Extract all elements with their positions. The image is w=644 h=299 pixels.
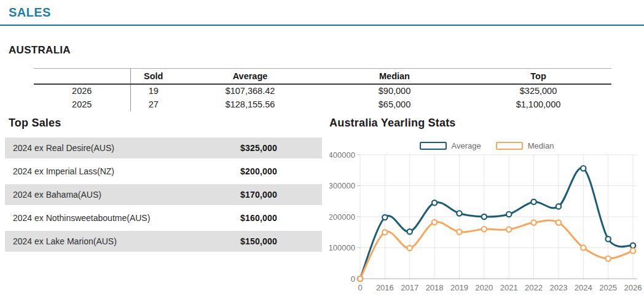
header-average: Average (176, 69, 324, 84)
data-point-average[interactable] (581, 166, 586, 171)
list-item: 2024 ex Nothinsweetaboutme(AUS) $160,000 (5, 208, 322, 228)
data-point-average[interactable] (531, 200, 536, 204)
x-axis-label: 0 (358, 283, 362, 292)
table-header-row: Sold Average Median Top (34, 69, 611, 84)
cell-year: 2026 (34, 84, 130, 98)
x-axis-label: 2024 (575, 283, 592, 292)
chart-title: Australia Yearling Stats (329, 117, 644, 130)
yearling-stats-panel: Australia Yearling Stats AverageMedian 0… (329, 117, 644, 130)
list-item: 2024 ex Bahama(AUS) $170,000 (5, 184, 322, 205)
y-axis-label: 100000 (329, 243, 355, 252)
x-axis-label: 2019 (450, 283, 468, 292)
sales-page: SALES AUSTRALIA Sold Average Median Top … (0, 0, 644, 299)
list-item: 2024 ex Lake Marion(AUS) $150,000 (5, 231, 322, 252)
sale-price: $170,000 (240, 190, 277, 200)
list-item: 2024 ex Real Desire(AUS) $325,000 (5, 138, 322, 158)
yearling-chart: 0100000200000300000400000020162017201820… (329, 149, 644, 296)
top-sales-list: 2024 ex Real Desire(AUS) $325,000 2024 e… (5, 138, 322, 252)
data-point-median[interactable] (432, 220, 437, 225)
y-axis-label: 200000 (329, 212, 355, 222)
y-axis-label: 0 (351, 274, 355, 284)
data-point-average[interactable] (407, 229, 412, 234)
header-sold: Sold (130, 69, 176, 84)
data-point-median[interactable] (581, 245, 586, 250)
x-axis-label: 2026 (624, 283, 642, 292)
sale-name: 2024 ex Imperial Lass(NZ) (13, 166, 114, 176)
sale-name: 2024 ex Real Desire(AUS) (13, 143, 114, 153)
header-top: Top (465, 69, 611, 84)
header-median: Median (324, 69, 465, 84)
data-point-average[interactable] (382, 215, 387, 220)
table-row: 2025 27 $128,155.56 $65,000 $1,100,000 (34, 98, 611, 111)
data-point-average[interactable] (556, 204, 561, 209)
data-point-average[interactable] (432, 200, 437, 205)
cell-sold: 19 (130, 84, 176, 98)
header-year (34, 69, 130, 84)
data-point-average[interactable] (482, 214, 487, 219)
data-point-median[interactable] (556, 220, 561, 225)
y-axis-label: 300000 (329, 181, 355, 190)
x-axis-label: 2018 (426, 283, 444, 292)
cell-average: $107,368.42 (176, 84, 324, 98)
x-axis-label: 2021 (500, 283, 518, 292)
x-axis-label: 2016 (376, 283, 394, 292)
data-point-median[interactable] (482, 227, 487, 231)
sale-price: $160,000 (240, 213, 277, 223)
cell-top: $325,000 (465, 84, 611, 98)
sale-name: 2024 ex Lake Marion(AUS) (13, 236, 117, 246)
series-line-average (360, 168, 633, 279)
y-axis-label: 400000 (329, 150, 355, 160)
data-point-average[interactable] (457, 211, 461, 216)
cell-average: $128,155.56 (176, 98, 324, 111)
data-point-median[interactable] (605, 256, 610, 261)
sale-price: $325,000 (240, 143, 277, 153)
yearly-stats-table: Sold Average Median Top 2026 19 $107,368… (34, 68, 611, 111)
data-point-median[interactable] (382, 230, 387, 235)
cell-year: 2025 (34, 98, 130, 111)
data-point-median[interactable] (630, 248, 635, 253)
list-item: 2024 ex Imperial Lass(NZ) $200,000 (5, 161, 322, 182)
sale-name: 2024 ex Nothinsweetaboutme(AUS) (13, 213, 150, 223)
data-point-average[interactable] (605, 236, 610, 241)
cell-median: $65,000 (324, 98, 465, 111)
data-point-median[interactable] (407, 246, 412, 250)
data-point-average[interactable] (506, 212, 511, 217)
table-row: 2026 19 $107,368.42 $90,000 $325,000 (34, 84, 611, 98)
x-axis-label: 2020 (475, 283, 493, 292)
data-point-median[interactable] (531, 220, 536, 225)
series-line-median (360, 220, 633, 279)
cell-median: $90,000 (324, 84, 465, 98)
top-sales-heading: Top Sales (9, 117, 322, 130)
australia-heading: AUSTRALIA (9, 44, 71, 56)
top-sales-section: Top Sales 2024 ex Real Desire(AUS) $325,… (5, 117, 322, 254)
sale-name: 2024 ex Bahama(AUS) (13, 190, 101, 200)
page-title: SALES (9, 6, 51, 20)
data-point-average[interactable] (630, 243, 635, 248)
cell-top: $1,100,000 (465, 98, 611, 111)
cell-sold: 27 (130, 98, 176, 111)
data-point-median[interactable] (506, 227, 511, 232)
x-axis-label: 2023 (549, 283, 567, 292)
data-point-median[interactable] (457, 230, 461, 235)
x-axis-label: 2022 (525, 283, 543, 292)
sale-price: $150,000 (240, 236, 277, 246)
sale-price: $200,000 (240, 166, 277, 176)
x-axis-label: 2017 (401, 283, 418, 292)
title-rule (0, 25, 644, 26)
x-axis-label: 2025 (599, 283, 617, 292)
data-point-median[interactable] (358, 276, 363, 281)
